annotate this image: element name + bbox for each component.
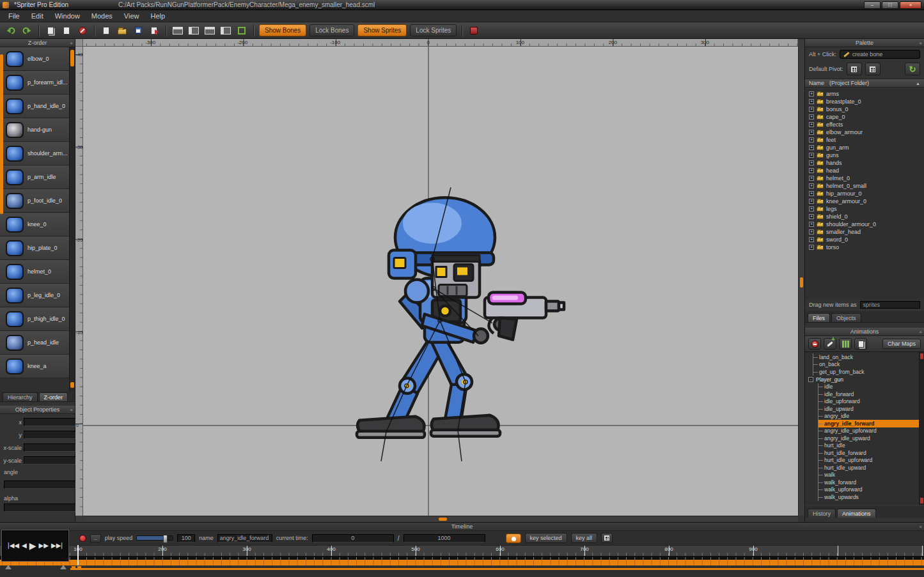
expand-icon[interactable] <box>809 183 814 188</box>
expand-icon[interactable] <box>809 222 814 227</box>
expand-icon[interactable] <box>809 153 814 158</box>
expand-icon[interactable] <box>809 107 814 112</box>
show-bones-button[interactable]: Show Bones <box>259 24 306 36</box>
open-folder-icon[interactable] <box>116 24 129 37</box>
play-speed-slider[interactable] <box>136 535 173 541</box>
zorder-item[interactable]: p_leg_idle_0 <box>0 284 69 307</box>
zorder-item[interactable]: p_thigh_idle_0 <box>0 307 69 331</box>
folder-row[interactable]: helmet_0_small <box>805 182 924 190</box>
expand-icon[interactable] <box>809 245 814 250</box>
zorder-item[interactable]: hip_plate_0 <box>0 236 69 260</box>
resize-handle-icon[interactable] <box>5 565 12 569</box>
folder-row[interactable]: torso <box>805 243 924 251</box>
char-maps-button[interactable]: Char Maps <box>882 339 921 349</box>
animation-item[interactable]: angry_idle_upward <box>805 435 924 442</box>
expand-icon[interactable] <box>809 122 814 127</box>
pivot-center-button[interactable] <box>865 63 881 75</box>
animation-item[interactable]: idle_upforward <box>805 398 924 406</box>
animation-item[interactable]: hurt_idle_upforward <box>805 457 924 465</box>
animation-item[interactable]: angry_idle_upforward <box>805 427 924 435</box>
drag-items-as-select[interactable]: sprites <box>860 301 920 309</box>
animation-item[interactable]: get_up_from_back <box>805 368 924 376</box>
folder-row[interactable]: effects <box>805 121 924 128</box>
animation-item[interactable]: idle <box>805 383 924 391</box>
folder-row[interactable]: breastplate_0 <box>805 98 924 105</box>
menu-item[interactable]: Edit <box>26 11 49 21</box>
key-all-button[interactable]: key all <box>571 533 598 543</box>
playhead-marker[interactable] <box>77 545 79 565</box>
record-icon[interactable] <box>79 535 86 542</box>
view-layout-2-icon[interactable] <box>187 24 200 37</box>
zorder-panel-header[interactable]: Z-order <box>0 39 75 47</box>
add-bone-animation-button[interactable] <box>824 338 836 350</box>
folder-row[interactable]: feet <box>805 136 924 144</box>
zorder-item[interactable]: helmet_0 <box>0 260 69 284</box>
view-layout-4-icon[interactable] <box>219 24 232 37</box>
export-icon[interactable] <box>148 24 161 37</box>
pivot-grid-button[interactable] <box>847 63 862 75</box>
auto-key-button[interactable] <box>506 534 521 543</box>
expand-icon[interactable] <box>809 99 814 104</box>
timeline-panel-header[interactable]: Timeline <box>0 523 924 531</box>
expand-icon[interactable] <box>809 176 814 181</box>
tab-hierarchy[interactable]: Hierarchy <box>3 392 38 401</box>
animation-item[interactable]: walk_upwards <box>805 493 924 501</box>
folder-row[interactable]: shield_0 <box>805 213 924 220</box>
close-icon[interactable] <box>70 406 73 414</box>
save-icon[interactable] <box>132 24 145 37</box>
last-frame-button[interactable] <box>51 542 63 549</box>
canvas-stage[interactable] <box>83 47 798 516</box>
view-layout-3-icon[interactable] <box>203 24 216 37</box>
folder-row[interactable]: hands <box>805 159 924 167</box>
animation-item[interactable]: walk_upforward <box>805 486 924 494</box>
collapse-icon[interactable] <box>808 377 813 382</box>
tab-zorder[interactable]: Z-order <box>39 392 68 401</box>
redo-icon[interactable] <box>20 24 33 37</box>
zorder-item[interactable]: knee_a <box>0 355 69 378</box>
expand-icon[interactable] <box>809 199 814 204</box>
folder-row[interactable]: legs <box>805 205 924 213</box>
expand-icon[interactable] <box>809 191 814 196</box>
animation-item[interactable]: hurt_idle_forward <box>805 449 924 457</box>
delete-icon[interactable] <box>76 24 89 37</box>
animation-name-field[interactable] <box>217 534 272 542</box>
close-icon[interactable] <box>900 1 921 9</box>
zorder-item[interactable]: elbow_0 <box>0 47 69 71</box>
canvas-horizontal-scrollbar[interactable] <box>83 516 798 522</box>
show-sprites-button[interactable]: Show Sprites <box>357 24 407 36</box>
tab-animations[interactable]: Animations <box>837 509 876 518</box>
timeline-ruler[interactable]: 100200300400500600700800900 <box>0 545 924 556</box>
folder-row[interactable]: helmet_0 <box>805 174 924 182</box>
zorder-item[interactable]: p_hand_idle_0 <box>0 95 69 118</box>
expand-icon[interactable] <box>809 137 814 142</box>
close-icon[interactable] <box>919 328 922 336</box>
animation-item[interactable]: walk_forward <box>805 479 924 486</box>
animation-item[interactable]: idle_upward <box>805 405 924 413</box>
expand-icon[interactable] <box>809 160 814 165</box>
menu-item[interactable]: Help <box>145 11 171 21</box>
zorder-item[interactable]: p_arm_idle <box>0 165 69 189</box>
folder-row[interactable]: guns <box>805 151 924 159</box>
menu-item[interactable]: Modes <box>86 11 118 21</box>
lock-sprites-button[interactable]: Lock Sprites <box>410 24 457 36</box>
minimize-icon[interactable] <box>864 1 881 9</box>
menu-item[interactable]: Window <box>49 11 86 21</box>
resize-handle-icon[interactable] <box>60 565 67 569</box>
next-frame-button[interactable] <box>39 542 49 549</box>
folder-row[interactable]: shoulder_armour_0 <box>805 220 924 228</box>
more-options-button[interactable]: ... <box>90 534 101 542</box>
zorder-item[interactable]: p_forearm_idl... <box>0 71 69 95</box>
sort-arrow-icon[interactable] <box>916 81 920 86</box>
folder-row[interactable]: head <box>805 167 924 174</box>
tab-history[interactable]: History <box>808 509 836 518</box>
duplicate-animation-button[interactable] <box>854 338 867 350</box>
close-icon[interactable] <box>70 39 73 47</box>
folder-row[interactable]: arms <box>805 90 924 98</box>
tree-column-header[interactable]: Name (Project Folder) <box>805 79 924 88</box>
close-icon[interactable] <box>919 39 922 47</box>
folder-row[interactable]: knee_armour_0 <box>805 197 924 205</box>
expand-icon[interactable] <box>809 145 814 150</box>
expand-icon[interactable] <box>809 229 814 235</box>
character-mode-icon[interactable] <box>467 24 480 37</box>
zorder-item[interactable]: knee_0 <box>0 213 69 236</box>
